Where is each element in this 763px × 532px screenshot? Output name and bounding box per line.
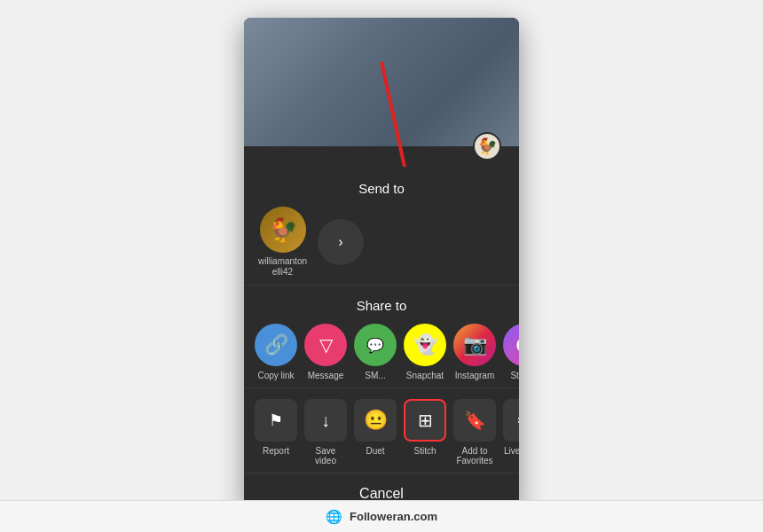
action-item-favorites[interactable]: 🔖 Add toFavorites xyxy=(453,399,496,466)
report-label: Report xyxy=(263,446,289,456)
favorites-label: Add toFavorites xyxy=(456,446,492,466)
share-item-stories[interactable]: ⊕ Stories xyxy=(503,324,519,380)
video-avatar: 🐓 xyxy=(473,132,501,160)
message-label: Message xyxy=(308,371,344,380)
report-icon: ⚑ xyxy=(255,399,297,442)
share-to-section: Share to 🔗 Copy link ▽ Message 💬 SM... xyxy=(244,286,519,388)
stitch-icon: ⊞ xyxy=(404,399,446,442)
send-to-title: Send to xyxy=(244,181,519,196)
contact-avatar: 🐓 xyxy=(260,207,306,253)
share-item-sms[interactable]: 💬 SM... xyxy=(354,324,397,380)
bottom-bar: 🌐 Followeran.com xyxy=(0,500,763,532)
livephoto-label: Live photo xyxy=(504,446,519,456)
instagram-icon: 📷 xyxy=(453,324,496,366)
actions-row: ⚑ Report ↓ Save video 😐 Duet ⊞ Stitch 🔖 xyxy=(244,388,519,473)
sms-icon: 💬 xyxy=(354,324,397,366)
share-item-instagram[interactable]: 📷 Instagram xyxy=(453,324,496,380)
action-item-livephoto[interactable]: ⚙ Live photo xyxy=(503,399,519,456)
duet-label: Duet xyxy=(366,446,384,456)
share-item-snapchat[interactable]: 👻 Snapchat xyxy=(404,324,446,380)
share-item-copylink[interactable]: 🔗 Copy link xyxy=(255,324,297,380)
savevideo-label: Save video xyxy=(304,446,347,466)
snapchat-icon: 👻 xyxy=(404,324,446,366)
contact-name: williamantonelli42 xyxy=(258,256,307,278)
stories-label: Stories xyxy=(510,371,519,380)
share-icons-row: 🔗 Copy link ▽ Message 💬 SM... 👻 Snapchat xyxy=(244,324,519,380)
livephoto-icon: ⚙ xyxy=(503,399,519,442)
stitch-label: Stitch xyxy=(413,446,436,456)
action-item-duet[interactable]: 😐 Duet xyxy=(354,399,397,456)
copylink-label: Copy link xyxy=(257,371,294,380)
duet-icon: 😐 xyxy=(354,399,397,442)
share-to-title: Share to xyxy=(244,298,519,313)
sms-label: SM... xyxy=(365,371,385,380)
copylink-icon: 🔗 xyxy=(255,324,297,366)
action-item-stitch[interactable]: ⊞ Stitch xyxy=(404,399,446,456)
share-item-message[interactable]: ▽ Message xyxy=(304,324,347,380)
site-name: Followeran.com xyxy=(350,510,437,523)
globe-icon: 🌐 xyxy=(326,509,342,525)
contacts-row: 🐓 williamantonelli42 › xyxy=(244,207,519,278)
action-item-savevideo[interactable]: ↓ Save video xyxy=(304,399,347,466)
instagram-label: Instagram xyxy=(455,371,494,380)
favorites-icon: 🔖 xyxy=(453,399,496,442)
video-background: 🐓 xyxy=(244,18,519,146)
bottom-sheet: Send to 🐓 williamantonelli42 › Share to … xyxy=(244,167,519,514)
savevideo-icon: ↓ xyxy=(304,399,347,442)
message-icon: ▽ xyxy=(304,324,347,366)
stories-icon: ⊕ xyxy=(503,324,519,366)
snapchat-label: Snapchat xyxy=(406,371,444,380)
more-button[interactable]: › xyxy=(318,219,364,265)
action-item-report[interactable]: ⚑ Report xyxy=(255,399,297,456)
contact-item[interactable]: 🐓 williamantonelli42 xyxy=(258,207,307,278)
phone-mockup: 🐓 Send to 🐓 williamantonelli42 xyxy=(244,18,519,514)
page-wrapper: 🐓 Send to 🐓 williamantonelli42 xyxy=(0,0,763,532)
send-to-section: Send to 🐓 williamantonelli42 › xyxy=(244,167,519,286)
